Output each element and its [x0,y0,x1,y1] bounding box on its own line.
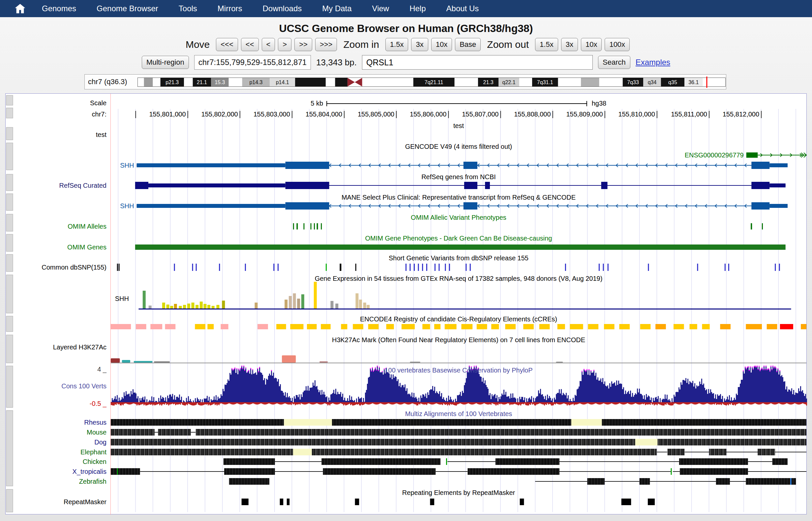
align-row-Elephant[interactable] [111,449,806,455]
track-label-Zebrafish[interactable]: Zebrafish [79,478,106,485]
track-label-omim_genes[interactable]: OMIM Genes [67,244,106,251]
nav-downloads[interactable]: Downloads [253,4,312,13]
track-label-h3k27ac[interactable]: Layered H3K27Ac [53,343,106,351]
align-row-Rhesus[interactable] [111,419,806,426]
nav-about-us[interactable]: About Us [436,4,489,13]
track-label-Rhesus[interactable]: Rhesus [84,419,106,426]
track-ruler[interactable]: chr7:155,801,000155,802,000155,803,00015… [92,111,762,118]
gene-label-ENSG00000296779[interactable]: ENSG00000296779 [685,152,744,159]
tracks-graphic[interactable]: Scale5 kbhg38chr7:155,801,000155,802,000… [6,94,807,515]
ideogram-graphic[interactable]: p21.321.115.3p14.3p14.17q21.1121.3q22.17… [138,76,725,88]
track-label-Mouse[interactable]: Mouse [87,429,106,436]
track-label-omim_alleles[interactable]: OMIM Alleles [68,223,106,230]
move-right-3x-button[interactable]: >>> [315,38,337,51]
track-handle-0[interactable] [6,95,13,105]
track-handle-13[interactable] [6,410,13,486]
track-handles [6,95,13,512]
gene-item-ENSG00000296779[interactable]: ENSG00000296779 [685,152,806,159]
track-h3k27ac[interactable]: H3K27Ac Mark (Often Found Near Regulator… [53,336,806,363]
move-left-2x-button[interactable]: << [241,38,259,51]
align-row-Zebrafish[interactable] [229,478,796,485]
nav-my-data[interactable]: My Data [312,4,362,13]
track-omim_genes[interactable]: OMIM Gene Phenotypes - Dark Green Can Be… [67,234,786,251]
track-label-repeat[interactable]: RepeatMasker [64,498,106,505]
move-left-3x-button[interactable]: <<< [216,38,238,51]
ideo-band-label: 7q31.1 [537,80,553,85]
nav-view[interactable]: View [362,4,400,13]
zoom-in-3x-button[interactable]: 3x [411,38,428,51]
multi-region-button[interactable]: Multi-region [142,56,189,69]
search-input[interactable] [362,55,593,70]
track-handle-11[interactable] [6,335,13,363]
track-label-X_tropicalis[interactable]: X_tropicalis [73,468,106,475]
gene-item-refseq[interactable] [135,182,786,189]
track-cons[interactable]: 4 _-0.5 _Cons 100 Verts100 vertebrates B… [61,366,807,407]
track-label-Dog[interactable]: Dog [94,438,106,446]
zoom-out-100x-button[interactable]: 100x [605,38,630,51]
track-label-test[interactable]: test [96,131,107,138]
position-display[interactable]: chr7:155,799,529-155,812,871 [194,55,311,70]
align-row-Mouse[interactable] [111,429,806,435]
zoom-in-base-button[interactable]: Base [455,38,481,51]
track-handle-10[interactable] [6,316,13,332]
track-handle-5[interactable] [6,194,13,210]
track-handle-8[interactable] [6,254,13,272]
zoom-in-10x-button[interactable]: 10x [431,38,452,51]
track-label-dbsnp[interactable]: Common dbSNP(155) [42,264,106,271]
nav-mirrors[interactable]: Mirrors [207,4,253,13]
ideo-band-label: 36.1 [688,80,699,85]
nav-genome-browser[interactable]: Genome Browser [87,4,168,13]
gene-label-SHH[interactable]: SHH [120,162,134,169]
ideogram[interactable]: chr7 (q36.3) p21.321.115.3p14.3p14.17q21… [85,74,726,89]
nav-help[interactable]: Help [399,4,436,13]
align-row-X_tropicalis[interactable] [111,468,806,475]
track-handle-12[interactable] [6,366,13,407]
track-handle-14[interactable] [6,489,13,512]
track-handle-2[interactable] [6,127,13,140]
track-gencode[interactable]: GENCODE V49 (4 items filtered out)ENSG00… [120,143,806,169]
track-label-Elephant[interactable]: Elephant [80,448,106,456]
position-bar: Multi-region chr7:155,799,529-155,812,87… [0,55,812,70]
align-row-Chicken[interactable] [223,458,788,465]
search-button[interactable]: Search [598,56,630,69]
track-refseq[interactable]: RefSeq genes from NCBIRefSeq Curated [59,173,786,189]
track-handle-1[interactable] [6,108,13,118]
track-gtex[interactable]: Gene Expression in 54 tissues from GTEx … [115,275,791,310]
track-dbsnp[interactable]: Short Genetic Variants from dbSNP releas… [42,254,780,271]
track-label-cons[interactable]: Cons 100 Verts [61,382,106,390]
move-left-1x-button[interactable]: < [262,38,275,51]
track-handle-4[interactable] [6,174,13,191]
track-handle-9[interactable] [6,275,13,313]
browser-image[interactable]: Scale5 kbhg38chr7:155,801,000155,802,000… [5,93,807,514]
examples-link[interactable]: Examples [636,58,670,67]
zoom-out-1-5x-button[interactable]: 1.5x [535,38,558,51]
zoom-out-10x-button[interactable]: 10x [581,38,602,51]
track-multiz[interactable]: Multiz Alignments of 100 VertebratesRhes… [73,410,806,485]
nav-genomes[interactable]: Genomes [32,4,87,13]
track-handle-6[interactable] [6,214,13,231]
align-row-Dog[interactable] [111,439,806,446]
move-right-2x-button[interactable]: >> [294,38,312,51]
track-handle-3[interactable] [6,143,13,170]
gene-item-SHH[interactable]: SHH [120,162,788,169]
track-title-ccre: ENCODE4 Registry of candidate Cis-Regula… [360,315,557,323]
track-handle-7[interactable] [6,234,13,251]
track-mane[interactable]: MANE Select Plus Clinical: Representativ… [120,194,788,209]
track-test[interactable]: testtest [96,122,464,138]
home-icon[interactable] [15,3,26,14]
track-omim_alleles[interactable]: OMIM Allelic Variant PhenotypesOMIM Alle… [68,214,763,230]
move-right-1x-button[interactable]: > [278,38,291,51]
gene-label-SHH[interactable]: SHH [120,202,134,209]
gene-item-SHH[interactable]: SHH [120,202,788,209]
track-title-test: test [453,122,464,129]
ruler-tick-label: 155,811,000 [671,111,707,118]
zoom-in-1-5x-button[interactable]: 1.5x [385,38,408,51]
gtex-gene-label[interactable]: SHH [115,295,129,302]
track-ccre[interactable]: ENCODE4 Registry of candidate Cis-Regula… [111,315,806,329]
track-label-refseq[interactable]: RefSeq Curated [59,182,106,189]
track-repeat[interactable]: Repeating Elements by RepeatMaskerRepeat… [64,489,655,505]
track-label-Chicken[interactable]: Chicken [83,458,106,465]
zoom-out-3x-button[interactable]: 3x [561,38,578,51]
nav-tools[interactable]: Tools [168,4,207,13]
track-label-scale[interactable]: Scale [90,99,106,107]
